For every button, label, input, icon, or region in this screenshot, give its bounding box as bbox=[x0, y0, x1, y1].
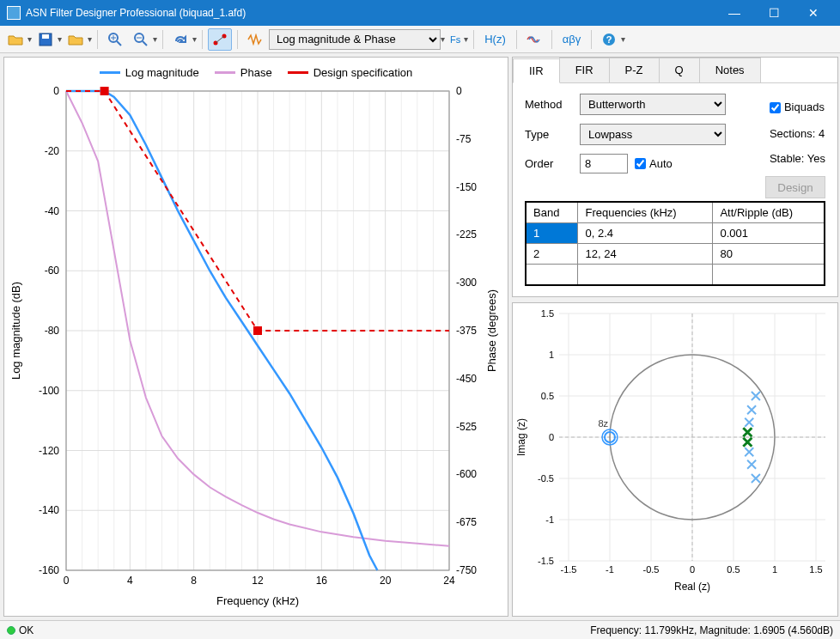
band-table[interactable]: Band Frequencies (kHz) Att/Ripple (dB) 1… bbox=[525, 201, 825, 286]
type-select[interactable]: Lowpass bbox=[580, 124, 726, 145]
svg-text:-525: -525 bbox=[456, 421, 477, 433]
chevron-down-icon[interactable]: ▾ bbox=[192, 34, 197, 44]
tab-fir[interactable]: FIR bbox=[559, 58, 610, 82]
pz-chart[interactable]: -1.5-1-0.500.511.5-1.5-1-0.500.511.58zRe… bbox=[512, 302, 838, 617]
chevron-down-icon[interactable]: ▾ bbox=[58, 34, 62, 44]
toolbar: ▾ ▾ ▾ ▾ ▾ Log magnitude & Phase▾ Fs▾ H(z… bbox=[0, 26, 840, 53]
svg-text:8z: 8z bbox=[598, 418, 608, 429]
svg-text:1: 1 bbox=[549, 350, 554, 360]
biquads-checkbox[interactable]: Biquads bbox=[770, 95, 825, 120]
svg-text:-1: -1 bbox=[545, 514, 554, 525]
table-row: 2 12, 24 80 bbox=[526, 244, 825, 265]
svg-text:-300: -300 bbox=[456, 277, 477, 289]
svg-text:0: 0 bbox=[64, 575, 70, 587]
hz-button[interactable]: H(z) bbox=[479, 33, 511, 46]
chevron-down-icon[interactable]: ▾ bbox=[464, 34, 468, 44]
response-chart[interactable]: Log magnitude Phase Design specification… bbox=[3, 57, 508, 617]
redo-button[interactable] bbox=[168, 28, 192, 51]
tab-pz[interactable]: P-Z bbox=[609, 58, 660, 82]
svg-text:-450: -450 bbox=[456, 373, 477, 385]
svg-text:0: 0 bbox=[53, 85, 59, 97]
svg-line-3 bbox=[117, 41, 121, 46]
svg-text:0.5: 0.5 bbox=[727, 564, 740, 575]
svg-text:1.5: 1.5 bbox=[809, 564, 822, 575]
view-select[interactable]: Log magnitude & Phase bbox=[269, 29, 441, 50]
status-readout: Frequency: 11.799kHz, Magnitude: 1.6905 … bbox=[590, 624, 833, 636]
auto-checkbox[interactable]: Auto bbox=[635, 157, 683, 170]
svg-text:4: 4 bbox=[127, 575, 133, 587]
save-button[interactable] bbox=[33, 28, 58, 51]
svg-text:-150: -150 bbox=[456, 181, 477, 193]
status-ok: OK bbox=[19, 624, 33, 636]
order-label: Order bbox=[525, 157, 573, 170]
title-bar: ASN Filter Designer Professional (biquad… bbox=[0, 0, 840, 26]
svg-text:-0.5: -0.5 bbox=[538, 473, 554, 484]
design-button[interactable]: Design bbox=[765, 176, 825, 198]
status-bar: OK Frequency: 11.799kHz, Magnitude: 1.69… bbox=[0, 620, 840, 639]
chevron-down-icon[interactable]: ▾ bbox=[88, 34, 92, 44]
zoom-in-button[interactable] bbox=[103, 28, 127, 51]
svg-text:-375: -375 bbox=[456, 325, 477, 337]
chevron-down-icon[interactable]: ▾ bbox=[27, 34, 32, 44]
svg-line-7 bbox=[143, 41, 147, 46]
svg-text:0.5: 0.5 bbox=[541, 391, 554, 401]
svg-text:1.5: 1.5 bbox=[541, 308, 554, 319]
svg-text:-1.5: -1.5 bbox=[561, 564, 577, 575]
svg-text:-100: -100 bbox=[39, 385, 59, 397]
svg-text:Real (z): Real (z) bbox=[674, 581, 710, 593]
svg-text:Imag (z): Imag (z) bbox=[515, 418, 527, 456]
svg-text:-60: -60 bbox=[45, 265, 60, 277]
chart-legend: Log magnitude Phase Design specification bbox=[4, 58, 508, 82]
svg-text:Log magnitude (dB): Log magnitude (dB) bbox=[9, 282, 22, 380]
svg-text:1: 1 bbox=[772, 564, 777, 575]
svg-text:-1: -1 bbox=[606, 564, 614, 575]
maximize-button[interactable]: ☐ bbox=[754, 0, 794, 26]
svg-text:Phase (degrees): Phase (degrees) bbox=[485, 289, 498, 372]
method-select[interactable]: Butterworth bbox=[580, 94, 726, 115]
svg-text:-600: -600 bbox=[456, 468, 477, 480]
tab-bar: IIR FIR P-Z Q Notes bbox=[513, 58, 837, 83]
svg-line-11 bbox=[216, 36, 224, 43]
wave-button[interactable] bbox=[522, 28, 546, 51]
order-input[interactable] bbox=[580, 154, 628, 173]
svg-text:-1.5: -1.5 bbox=[538, 556, 554, 566]
greek-button[interactable]: αβγ bbox=[557, 33, 587, 46]
svg-text:-40: -40 bbox=[45, 205, 60, 217]
svg-text:-0.5: -0.5 bbox=[643, 564, 660, 575]
svg-text:0: 0 bbox=[690, 564, 695, 575]
svg-text:?: ? bbox=[606, 34, 612, 45]
signal-button[interactable] bbox=[243, 28, 267, 51]
chevron-down-icon[interactable]: ▾ bbox=[441, 34, 445, 44]
svg-text:0: 0 bbox=[456, 85, 462, 97]
svg-text:-20: -20 bbox=[45, 145, 60, 157]
svg-text:-75: -75 bbox=[456, 133, 472, 145]
open-button[interactable] bbox=[3, 28, 27, 51]
tab-notes[interactable]: Notes bbox=[699, 58, 761, 82]
zoom-out-button[interactable] bbox=[129, 28, 153, 51]
svg-rect-77 bbox=[100, 87, 109, 95]
svg-rect-1 bbox=[42, 34, 49, 39]
ok-icon bbox=[7, 626, 15, 635]
tab-iir[interactable]: IIR bbox=[513, 58, 560, 83]
stable-text: Stable: Yes bbox=[770, 147, 825, 172]
svg-text:-140: -140 bbox=[39, 504, 59, 516]
svg-text:Frequency (kHz): Frequency (kHz) bbox=[216, 594, 299, 607]
chevron-down-icon[interactable]: ▾ bbox=[153, 34, 157, 44]
chevron-down-icon[interactable]: ▾ bbox=[621, 34, 625, 44]
marker-tool-button[interactable] bbox=[208, 28, 232, 51]
help-button[interactable]: ? bbox=[597, 28, 621, 51]
svg-text:12: 12 bbox=[252, 575, 264, 587]
svg-text:-225: -225 bbox=[456, 228, 477, 240]
tab-q[interactable]: Q bbox=[659, 58, 700, 82]
close-button[interactable]: ✕ bbox=[794, 0, 833, 26]
svg-text:-750: -750 bbox=[456, 564, 477, 576]
minimize-button[interactable]: — bbox=[715, 0, 754, 26]
svg-text:-675: -675 bbox=[456, 516, 477, 528]
design-panel: IIR FIR P-Z Q Notes Method Butterworth T… bbox=[512, 57, 838, 297]
fs-label[interactable]: Fs bbox=[447, 34, 464, 45]
app-icon bbox=[7, 6, 21, 20]
folder-button[interactable] bbox=[64, 28, 88, 51]
svg-text:0: 0 bbox=[549, 432, 554, 442]
svg-text:24: 24 bbox=[443, 575, 455, 587]
svg-text:8: 8 bbox=[191, 575, 197, 587]
